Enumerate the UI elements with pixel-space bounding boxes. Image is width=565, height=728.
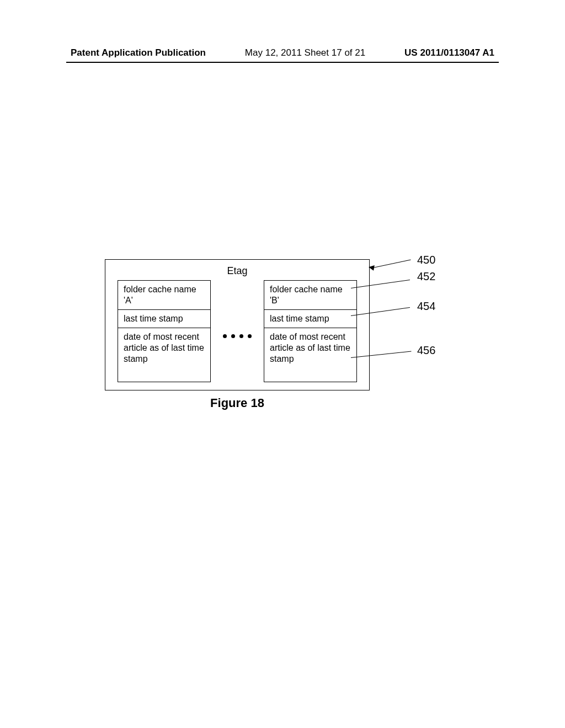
ref-454: 454: [417, 300, 435, 313]
page: Patent Application Publication May 12, 2…: [0, 0, 565, 728]
leader-line: [373, 259, 411, 268]
dot-icon: [248, 334, 252, 338]
etag-title: Etag: [118, 265, 357, 277]
folder-timestamp-cell: last time stamp: [264, 310, 357, 328]
folder-name-cell: folder cache name 'B': [264, 280, 357, 310]
folder-date-cell: date of most recent article as of last t…: [264, 328, 357, 382]
figure-18: Etag folder cache name 'A' last time sta…: [105, 259, 370, 410]
ref-450: 450: [417, 254, 435, 266]
dot-icon: [223, 334, 227, 338]
folder-column-a: folder cache name 'A' last time stamp da…: [118, 280, 211, 382]
dot-icon: [231, 334, 235, 338]
etag-container: Etag folder cache name 'A' last time sta…: [105, 259, 370, 390]
header-rule: [66, 62, 499, 63]
ref-456: 456: [417, 344, 435, 357]
folder-columns-row: folder cache name 'A' last time stamp da…: [118, 280, 357, 382]
header-mid: May 12, 2011 Sheet 17 of 21: [245, 47, 365, 58]
dot-icon: [239, 334, 243, 338]
ellipsis-dots: [221, 334, 254, 338]
header-left: Patent Application Publication: [71, 47, 206, 58]
folder-date-cell: date of most recent article as of last t…: [118, 328, 211, 382]
folder-name-cell: folder cache name 'A': [118, 280, 211, 310]
folder-timestamp-cell: last time stamp: [118, 310, 211, 328]
ref-452: 452: [417, 270, 435, 283]
header-right: US 2011/0113047 A1: [404, 47, 494, 58]
folder-column-b: folder cache name 'B' last time stamp da…: [264, 280, 357, 382]
page-header: Patent Application Publication May 12, 2…: [71, 47, 494, 58]
figure-caption: Figure 18: [105, 396, 370, 410]
